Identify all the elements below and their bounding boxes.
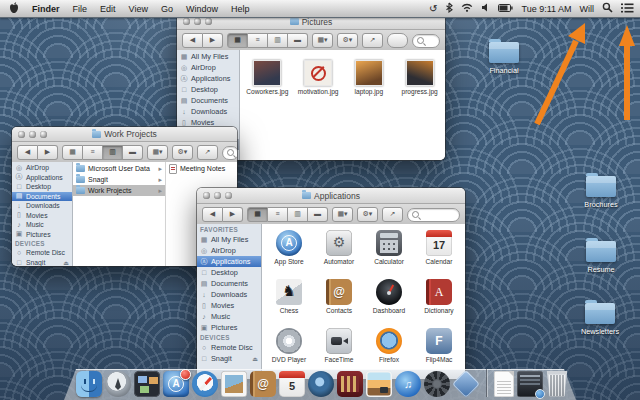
file-row-meeting-notes[interactable]: Meeting Notes xyxy=(166,163,237,174)
sidebar-item-applications[interactable]: ⒶApplications xyxy=(177,73,239,84)
coverflow-view-button[interactable]: ▬ xyxy=(288,33,308,48)
dock-finder-icon[interactable] xyxy=(76,371,102,397)
user-menu[interactable]: Will xyxy=(580,4,595,14)
sidebar-item-movies[interactable]: ▯Movies xyxy=(12,211,72,221)
sidebar-item-documents[interactable]: ▤Documents xyxy=(177,95,239,106)
dock-photo-booth-icon[interactable] xyxy=(308,371,334,397)
dock-calendar-icon[interactable]: 5 xyxy=(279,371,305,397)
icon-view-button[interactable]: ▦ xyxy=(227,33,248,48)
app-dashboard[interactable]: Dashboard xyxy=(364,279,414,328)
sidebar-item-documents[interactable]: ▤Documents xyxy=(197,278,261,289)
dock-app-store-icon[interactable] xyxy=(163,371,189,397)
file-motivation[interactable]: motivation.jpg xyxy=(293,60,344,95)
back-button[interactable]: ◀ xyxy=(202,207,223,222)
eject-icon[interactable]: ⏏ xyxy=(252,355,258,362)
coverflow-view-button[interactable]: ▬ xyxy=(123,145,143,160)
dock-itunes-icon[interactable] xyxy=(395,371,421,397)
title-bar[interactable]: Work Projects xyxy=(12,127,237,142)
menu-window[interactable]: Window xyxy=(186,4,218,14)
app-calendar[interactable]: 17Calendar xyxy=(414,230,464,279)
list-menu-icon[interactable] xyxy=(621,3,634,15)
battery-icon[interactable] xyxy=(498,4,513,14)
dock-snagit-icon[interactable] xyxy=(453,371,479,397)
file-progress[interactable]: progress.jpg xyxy=(394,60,445,95)
arrange-menu-button[interactable]: ▦▾ xyxy=(332,207,353,222)
column-view-button[interactable]: ▥ xyxy=(103,145,123,160)
close-button[interactable] xyxy=(183,18,190,25)
sidebar-item-airdrop[interactable]: ◎AirDrop xyxy=(177,62,239,73)
share-button[interactable]: ↗ xyxy=(382,207,403,222)
dock-system-preferences-icon[interactable] xyxy=(424,371,450,397)
desktop-folder-financial[interactable]: Financial xyxy=(480,42,528,75)
sidebar-item-remote-disc[interactable]: ○Remote Disc xyxy=(12,248,72,258)
minimize-button[interactable] xyxy=(214,192,221,199)
dock-safari-icon[interactable] xyxy=(192,371,218,397)
action-menu-button[interactable]: ⚙▾ xyxy=(337,33,358,48)
eject-icon[interactable]: ⏏ xyxy=(63,259,69,266)
icon-view-button[interactable]: ▦ xyxy=(62,145,83,160)
action-menu-button[interactable]: ⚙▾ xyxy=(357,207,378,222)
sidebar-item-airdrop[interactable]: ◎AirDrop xyxy=(197,245,261,256)
column-view-button[interactable]: ▥ xyxy=(268,33,288,48)
app-dictionary[interactable]: Dictionary xyxy=(414,279,464,328)
apple-menu[interactable] xyxy=(9,2,19,16)
menu-view[interactable]: View xyxy=(129,4,148,14)
folder-row-work-projects[interactable]: Work Projects▸ xyxy=(73,185,165,196)
search-input[interactable] xyxy=(412,34,440,48)
forward-button[interactable]: ▶ xyxy=(38,145,58,160)
app-chess[interactable]: Chess xyxy=(264,279,314,328)
sidebar-item-applications[interactable]: ⒶApplications xyxy=(197,256,261,267)
menu-file[interactable]: File xyxy=(73,4,88,14)
volume-icon[interactable] xyxy=(481,3,490,14)
dock-trash-icon[interactable] xyxy=(546,371,568,397)
sidebar-item-desktop[interactable]: □Desktop xyxy=(12,182,72,192)
dock-iphoto-icon[interactable] xyxy=(366,371,392,397)
dock-minimized-window-icon[interactable] xyxy=(517,371,543,397)
folder-row-snagit[interactable]: Snagit▸ xyxy=(73,174,165,185)
close-button[interactable] xyxy=(18,131,25,138)
app-app-store[interactable]: App Store xyxy=(264,230,314,279)
wifi-icon[interactable] xyxy=(461,3,473,14)
forward-button[interactable]: ▶ xyxy=(223,207,243,222)
menu-clock[interactable]: Tue 9:11 AM xyxy=(521,4,571,14)
sidebar-item-music[interactable]: ♪Music xyxy=(12,220,72,230)
desktop-folder-brochures[interactable]: Brochures xyxy=(578,176,624,209)
menu-help[interactable]: Help xyxy=(231,4,250,14)
share-button[interactable]: ↗ xyxy=(362,33,383,48)
app-automator[interactable]: Automator xyxy=(314,230,364,279)
arrange-menu-button[interactable]: ▦▾ xyxy=(147,145,168,160)
sidebar-item-desktop[interactable]: □Desktop xyxy=(197,267,261,278)
sidebar-item-airdrop[interactable]: ◎AirDrop xyxy=(12,163,72,173)
label-button[interactable] xyxy=(387,33,408,48)
app-contacts[interactable]: Contacts xyxy=(314,279,364,328)
sidebar-item-downloads[interactable]: ↓Downloads xyxy=(12,201,72,211)
sidebar-item-documents[interactable]: ▤Documents xyxy=(12,192,72,202)
title-bar[interactable]: Applications xyxy=(197,188,465,204)
dock-document-icon[interactable] xyxy=(494,371,514,397)
folder-row-microsoft-user-data[interactable]: Microsoft User Data▸ xyxy=(73,163,165,174)
app-calculator[interactable]: Calculator xyxy=(364,230,414,279)
column-view-button[interactable]: ▥ xyxy=(288,207,308,222)
bluetooth-icon[interactable] xyxy=(445,2,453,15)
share-button[interactable]: ↗ xyxy=(197,145,218,160)
desktop-folder-resume[interactable]: Resume xyxy=(578,241,624,274)
search-input[interactable] xyxy=(407,208,460,222)
coverflow-view-button[interactable]: ▬ xyxy=(308,207,328,222)
sidebar-item-desktop[interactable]: □Desktop xyxy=(177,84,239,95)
action-menu-button[interactable]: ⚙▾ xyxy=(172,145,193,160)
back-button[interactable]: ◀ xyxy=(17,145,38,160)
zoom-button[interactable] xyxy=(40,131,47,138)
file-coworkers[interactable]: Coworkers.jpg xyxy=(242,60,293,95)
dock-preview-icon[interactable] xyxy=(221,371,247,397)
sidebar-item-pictures[interactable]: ▣Pictures xyxy=(197,322,261,333)
zoom-button[interactable] xyxy=(225,192,232,199)
minimize-button[interactable] xyxy=(29,131,36,138)
arrange-menu-button[interactable]: ▦▾ xyxy=(312,33,333,48)
desktop-folder-newsletters[interactable]: Newsletters xyxy=(574,303,626,336)
sidebar-item-snagit-disk[interactable]: □Snagit⏏ xyxy=(12,258,72,267)
sidebar-item-music[interactable]: ♪Music xyxy=(197,311,261,322)
sidebar-item-applications[interactable]: ⒶApplications xyxy=(12,173,72,183)
sidebar-item-downloads[interactable]: ↓Downloads xyxy=(177,106,239,117)
sidebar-item-snagit-disk[interactable]: □Snagit⏏ xyxy=(197,353,261,364)
file-laptop[interactable]: laptop.jpg xyxy=(344,60,395,95)
